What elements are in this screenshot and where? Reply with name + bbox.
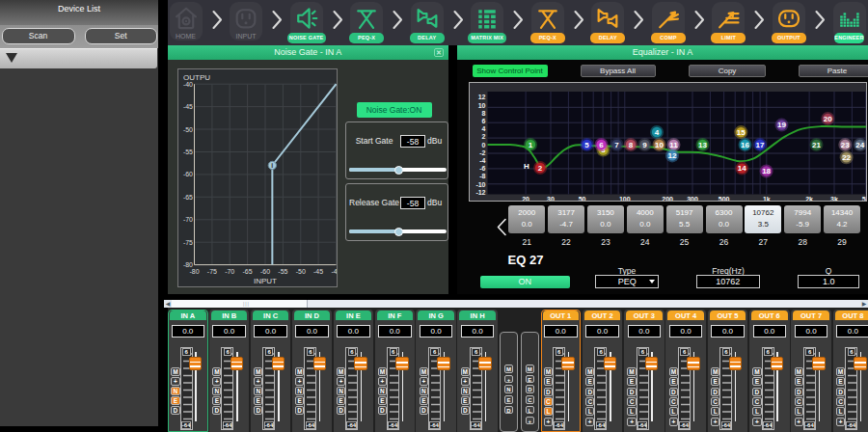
svg-text:100: 100 [618, 196, 630, 202]
svg-text:0: 0 [481, 142, 485, 148]
svg-text:-60: -60 [259, 268, 269, 275]
svg-text:2k: 2k [805, 196, 813, 202]
svg-text:-2: -2 [479, 149, 485, 156]
svg-text:18: 18 [762, 167, 771, 176]
svg-text:2: 2 [537, 164, 542, 173]
svg-text:-75: -75 [206, 268, 216, 275]
svg-text:4: 4 [481, 125, 485, 132]
svg-text:20: 20 [522, 196, 529, 202]
svg-text:23: 23 [840, 141, 849, 149]
svg-text:8: 8 [628, 141, 633, 149]
svg-text:15: 15 [736, 128, 745, 137]
svg-text:-45: -45 [313, 268, 323, 275]
svg-text:-45: -45 [182, 103, 192, 110]
svg-text:500: 500 [718, 196, 729, 202]
svg-text:-12: -12 [475, 189, 485, 196]
svg-text:H: H [524, 162, 529, 171]
svg-text:-60: -60 [182, 171, 192, 177]
svg-text:20: 20 [823, 115, 831, 123]
svg-text:10: 10 [655, 141, 664, 149]
svg-text:11: 11 [669, 141, 678, 149]
svg-text:14: 14 [737, 164, 746, 173]
svg-text:-40: -40 [182, 81, 192, 88]
svg-text:50: 50 [578, 196, 585, 202]
svg-text:5: 5 [584, 141, 589, 149]
svg-text:21: 21 [812, 141, 821, 149]
svg-text:2: 2 [481, 133, 485, 140]
svg-text:12: 12 [477, 94, 485, 100]
svg-text:7: 7 [614, 141, 619, 149]
svg-text:-10: -10 [475, 181, 485, 188]
svg-text:19: 19 [777, 121, 786, 129]
svg-text:-80: -80 [189, 268, 199, 275]
svg-text:-6: -6 [479, 165, 485, 172]
svg-text:-50: -50 [295, 268, 305, 275]
svg-text:24: 24 [855, 141, 864, 149]
svg-text:10: 10 [477, 102, 485, 109]
svg-text:6: 6 [481, 118, 485, 124]
svg-text:INPUT: INPUT [254, 277, 277, 285]
svg-text:8: 8 [481, 110, 485, 117]
svg-text:30: 30 [547, 196, 555, 202]
svg-text:-55: -55 [278, 268, 287, 275]
svg-text:12: 12 [667, 151, 676, 160]
svg-text:17: 17 [755, 141, 764, 149]
svg-text:-4: -4 [479, 157, 485, 164]
svg-text:-8: -8 [479, 173, 485, 179]
svg-text:-65: -65 [242, 268, 252, 275]
svg-text:200: 200 [662, 196, 673, 202]
svg-text:1k: 1k [762, 196, 770, 202]
svg-text:-50: -50 [182, 126, 192, 133]
svg-text:3k: 3k [830, 196, 838, 202]
svg-text:-70: -70 [225, 268, 234, 275]
svg-text:16: 16 [741, 141, 749, 149]
svg-text:i: i [271, 162, 273, 169]
svg-text:22: 22 [842, 153, 851, 162]
svg-text:5k: 5k [861, 196, 866, 202]
svg-text:13: 13 [698, 141, 707, 149]
svg-text:-70: -70 [182, 216, 192, 223]
svg-text:-40: -40 [331, 268, 338, 275]
svg-text:-55: -55 [182, 148, 192, 155]
svg-text:4: 4 [654, 128, 659, 137]
svg-text:1: 1 [528, 141, 532, 149]
svg-text:300: 300 [687, 196, 698, 202]
svg-text:6: 6 [599, 141, 604, 149]
svg-text:9: 9 [642, 141, 647, 149]
svg-text:-65: -65 [182, 194, 192, 201]
svg-text:-75: -75 [182, 239, 192, 246]
